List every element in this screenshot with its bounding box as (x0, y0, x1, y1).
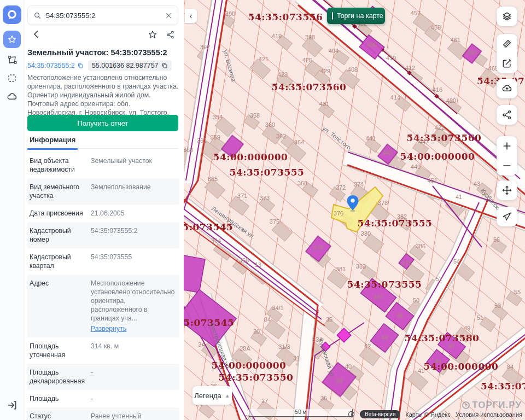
parcel-number: 362 (276, 133, 286, 139)
collapse-panel-button[interactable]: ‹ (185, 9, 197, 23)
coordinates-chip[interactable]: 55.001636 82.987757 (88, 60, 172, 71)
zoom-out-button[interactable] (497, 156, 517, 176)
favorite-button[interactable] (147, 28, 159, 42)
parcel-number: 379 (313, 244, 323, 251)
table-row: Кадастровый номер54:35:073555:2 (27, 222, 179, 248)
parcel-number: 36 (320, 395, 327, 401)
toolbar-group (497, 105, 517, 125)
sidebar-item-area-select[interactable] (3, 69, 21, 88)
copy-icon[interactable] (161, 62, 168, 69)
parcel-number: 382 (397, 213, 407, 220)
expand-address-link[interactable]: Развернуть (91, 324, 126, 333)
parcel-number: 361 (197, 137, 207, 144)
object-title: Земельный участок: 54:35:073555:2 (27, 48, 180, 57)
row-value-text: 314 кв. м (91, 342, 119, 350)
beta-badge: Beta-версия (360, 410, 400, 418)
row-label: Вид объекта недвижимости (30, 156, 85, 174)
table-row: АдресМестоположение установлено относите… (27, 275, 179, 337)
dashed-square-icon (7, 73, 17, 83)
parcel-number: 463 (467, 49, 477, 56)
measure-pencil-button[interactable] (497, 34, 517, 54)
copy-icon[interactable] (77, 62, 84, 69)
toolbar-group (497, 136, 517, 176)
app-rail (0, 0, 24, 420)
toolbar-group (497, 79, 517, 98)
parcel-number: 414 (390, 94, 400, 101)
back-button[interactable] (31, 28, 42, 42)
parcel-number: 457 (411, 10, 421, 16)
parcel-number: 3А (198, 341, 205, 348)
table-row: Площадь декларированная- (27, 364, 179, 390)
sidebar-item-polygon-select[interactable] (3, 50, 21, 69)
parcel-number: 364 (294, 139, 304, 145)
terms-link[interactable]: Условия использования (456, 411, 522, 418)
parcel-number: 431 (319, 101, 329, 107)
get-report-button[interactable]: Получить отчет (27, 115, 178, 131)
parcel-number: 41 (456, 194, 462, 200)
row-value: Земельный участок (91, 156, 177, 174)
pan-arrows-button[interactable] (497, 180, 517, 200)
parcel-number: 30 (253, 328, 260, 335)
sidebar-item-cloud[interactable] (3, 88, 21, 106)
trades-on-map-toggle[interactable]: Торги на карте (327, 8, 385, 24)
parcel-number: 84 (507, 364, 514, 370)
row-value: Ранее учтенный (91, 412, 177, 420)
maps-copyright-link[interactable]: Карты © Яндекс (405, 411, 451, 418)
parcel-number: 43 (474, 180, 480, 187)
parcel-number: 47 (448, 343, 455, 349)
zoom-in-button[interactable] (497, 136, 517, 156)
cloud-icon (7, 91, 18, 102)
back-chevron-icon (32, 30, 41, 39)
quarter-label: 54:35:073555 (347, 279, 422, 290)
app-logo-icon (7, 9, 18, 20)
sign-out-button[interactable] (3, 396, 21, 415)
tab-information[interactable]: Информация (27, 135, 78, 150)
app-logo[interactable] (3, 5, 21, 24)
map-canvas[interactable]: ‹ Торги на карте 54:35:07355654:35:07356… (184, 0, 525, 420)
map-attribution: Beta-версия Карты © Яндекс Условия испол… (348, 410, 522, 418)
share-button[interactable] (165, 29, 176, 42)
chevron-up-icon: ▲ (225, 393, 230, 399)
toolbar-group (497, 34, 517, 73)
cadastral-link-row: 54:35:073555:2 55.001636 82.987757 (27, 60, 180, 71)
parcel-number: 392 (200, 44, 210, 50)
cloud-upload-button[interactable] (497, 79, 517, 98)
legend-button[interactable]: Легенда ▲ (192, 386, 232, 405)
row-value: - (91, 368, 177, 386)
layers-button[interactable] (497, 7, 517, 26)
row-value: - (91, 394, 177, 403)
parcel-number: 461 (451, 37, 460, 43)
row-value: 21.06.2005 (91, 209, 177, 218)
share-nodes-button[interactable] (497, 105, 517, 125)
parcel-number: 404 (329, 48, 339, 54)
locate-arrow-button[interactable] (497, 207, 517, 226)
table-row: Дата присвоения21.06.2005 (27, 205, 179, 222)
cadastral-number-link[interactable]: 54:35:073555:2 (27, 62, 84, 69)
parcel-number: 364 (211, 237, 221, 244)
row-value: 54:35:073555:2 (91, 226, 177, 244)
parcel-number: 421 (259, 56, 269, 62)
info-icon[interactable] (348, 411, 355, 418)
row-value-text: Землепользование (91, 183, 151, 191)
row-label: Кадастровый квартал (30, 253, 85, 270)
sidebar-item-favorites[interactable] (3, 31, 21, 48)
search-input[interactable] (46, 11, 161, 20)
share-nodes-icon (501, 109, 512, 120)
parcel-number: 410 (386, 55, 396, 61)
parcel-number: 52 (436, 276, 442, 282)
search-bar (27, 5, 178, 25)
tab-bar: Информация (27, 135, 178, 149)
parcel-number: 383 (356, 263, 366, 270)
table-row: Вид объекта недвижимостиЗемельный участо… (27, 152, 179, 178)
parcel-number: 459 (431, 24, 441, 31)
edit-square-button[interactable] (497, 54, 517, 73)
parcel-number: 35 (326, 316, 332, 323)
zoom-out-icon (501, 160, 512, 171)
clear-search-icon[interactable] (165, 12, 172, 19)
scale-bar: 50 м (249, 409, 353, 417)
parcel-number: 398 (305, 34, 315, 40)
parcel-number: 38 (336, 377, 342, 384)
scale-label: 50 м (295, 409, 307, 415)
toggle-checkbox[interactable] (332, 12, 333, 20)
parcel-number: 373 (260, 195, 270, 201)
